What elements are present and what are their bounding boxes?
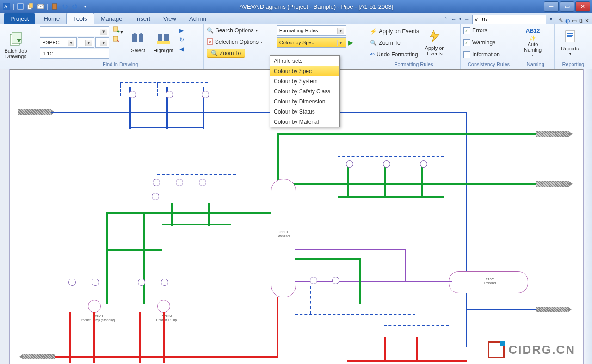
save-icon[interactable]: [16, 2, 25, 11]
auto-naming-icon: AB12: [526, 28, 540, 34]
nav-dot-icon[interactable]: •: [459, 16, 461, 23]
title-bar: A | | ▼ AVEVA Diagrams (Project - Sample…: [0, 0, 592, 13]
nav-right-icon[interactable]: ▶: [179, 27, 184, 34]
nav-dropdown-icon[interactable]: ▼: [549, 17, 553, 22]
minimize-button[interactable]: ─: [544, 1, 559, 12]
instrument: [92, 279, 99, 286]
copy-icon[interactable]: [26, 2, 35, 11]
tab-manage[interactable]: Manage: [94, 13, 129, 24]
find-pspec-combo[interactable]: PSPEC▾: [40, 37, 77, 48]
undo-formatting-button[interactable]: ↶Undo Formatting: [370, 49, 419, 60]
reports-icon: [563, 30, 578, 45]
nav-up-icon[interactable]: ⌃: [444, 16, 448, 23]
svg-rect-27: [567, 33, 574, 34]
apply-on-events-big-button[interactable]: Apply on Events: [423, 26, 447, 60]
tab-view[interactable]: View: [157, 13, 183, 24]
svg-rect-6: [52, 4, 57, 9]
svg-rect-21: [164, 34, 169, 42]
dropdown-item-status[interactable]: Colour by Status: [270, 107, 339, 117]
nav-back-icon[interactable]: ←: [451, 16, 456, 23]
close-pane-icon[interactable]: ✕: [585, 18, 589, 24]
undo-fmt-icon: ↶: [370, 51, 375, 58]
instrument: [202, 91, 209, 98]
close-button[interactable]: ✕: [575, 1, 590, 12]
find-remove-icon[interactable]: ×: [113, 36, 123, 45]
nav-search-input[interactable]: [472, 15, 546, 24]
find-op-combo[interactable]: =▾: [78, 37, 94, 48]
svg-rect-10: [12, 32, 21, 43]
warnings-check[interactable]: ✓Warnings: [463, 37, 495, 48]
watermark-logo-icon: [488, 341, 505, 358]
help-icon[interactable]: ◐: [565, 18, 570, 24]
batch-job-button[interactable]: Batch Job Drawings: [3, 29, 29, 63]
search-options-button[interactable]: 🔍Search Options ▾: [207, 25, 258, 36]
outlet-arrow-4: [536, 307, 568, 312]
consist-group-label: Consistency Rules: [463, 61, 514, 68]
select-label: Select: [131, 48, 145, 53]
outlet-arrow-2: [536, 181, 569, 187]
selection-options-button[interactable]: ✕Selection Options ▾: [207, 37, 262, 47]
maximize-button[interactable]: ▭: [560, 1, 574, 12]
dropdown-item-material[interactable]: Colour by Material: [270, 117, 339, 127]
restore-pane-icon[interactable]: ⧉: [579, 18, 583, 24]
apply-events-big-label: Apply on Events: [424, 45, 446, 56]
zoom-to-rule-button[interactable]: 🔍Zoom To: [370, 38, 419, 48]
minimize-pane-icon[interactable]: ▭: [572, 18, 577, 24]
instrument: [383, 160, 390, 168]
nav-left-icon[interactable]: ◀: [179, 46, 184, 52]
errors-check[interactable]: ✓Errors: [463, 25, 487, 36]
naming-group-label: Naming: [520, 61, 551, 68]
instrument: [310, 277, 317, 284]
tab-tools[interactable]: Tools: [66, 13, 94, 24]
svg-marker-7: [62, 4, 64, 6]
find-add-icon[interactable]: +▾: [113, 26, 123, 35]
svg-point-18: [133, 33, 136, 36]
auto-naming-button[interactable]: AB12 ✨ Auto Naming ▾: [520, 26, 546, 60]
ribbon-tabs: Project Home Tools Manage Insert View Ad…: [0, 13, 592, 24]
tab-admin[interactable]: Admin: [183, 13, 213, 24]
highlight-icon: [156, 32, 171, 47]
instrument: [420, 160, 427, 168]
paste-icon[interactable]: [50, 2, 59, 11]
file-tab[interactable]: Project: [4, 13, 35, 24]
nav-fwd-icon[interactable]: →: [464, 16, 469, 23]
pump-p1502b: [88, 300, 101, 313]
undo-icon[interactable]: [60, 2, 69, 11]
apply-on-events-button[interactable]: ⚡Apply on Events: [370, 26, 419, 36]
apply-play-icon[interactable]: ▶: [348, 39, 353, 46]
e1301-label: E1301Reboiler: [476, 278, 504, 285]
instrument: [129, 91, 136, 98]
select-button[interactable]: Select: [127, 25, 149, 60]
highlight-button[interactable]: Highlight: [151, 25, 176, 60]
qat-dropdown-icon[interactable]: ▼: [80, 2, 90, 11]
reports-button[interactable]: Reports ▾: [557, 26, 583, 60]
tab-home[interactable]: Home: [37, 13, 66, 24]
redo-icon[interactable]: [70, 2, 80, 11]
instrument: [153, 179, 160, 186]
outlet-arrow-1: [536, 131, 569, 137]
dropdown-item-all[interactable]: All rule sets: [270, 56, 339, 66]
tool-wand-icon[interactable]: ✎: [559, 18, 563, 24]
reports-label: Reports: [561, 46, 579, 51]
mail-icon[interactable]: [36, 2, 45, 11]
formatting-rules-combo[interactable]: Formatting Rules▾: [277, 25, 346, 36]
tab-insert[interactable]: Insert: [129, 13, 157, 24]
dropdown-item-dimension[interactable]: Colour by Dimension: [270, 97, 339, 107]
colour-by-combo[interactable]: Colour by Spec▾: [277, 37, 346, 48]
wand-icon: ✨: [530, 35, 536, 41]
zoom-to-button[interactable]: 🔍Zoom To: [207, 49, 245, 58]
nav-loop-icon[interactable]: ↻: [179, 36, 184, 43]
outlet-arrow-3: [23, 354, 56, 359]
app-icon[interactable]: A: [2, 2, 11, 11]
highlight-label: Highlight: [154, 48, 173, 53]
find-val-combo[interactable]: ▾: [95, 37, 109, 48]
dropdown-item-safety[interactable]: Colour by Safety Class: [270, 86, 339, 97]
vertical-scrollbar[interactable]: [583, 69, 592, 364]
svg-text:A: A: [4, 4, 8, 9]
instrument: [68, 279, 76, 286]
dropdown-item-spec[interactable]: Colour by Spec: [270, 66, 339, 76]
find-path-input[interactable]: /F1C: [40, 49, 109, 59]
dropdown-item-system[interactable]: Colour by System: [270, 76, 339, 86]
find-field-combo[interactable]: ▾: [40, 26, 109, 36]
information-check[interactable]: Information: [463, 49, 500, 60]
